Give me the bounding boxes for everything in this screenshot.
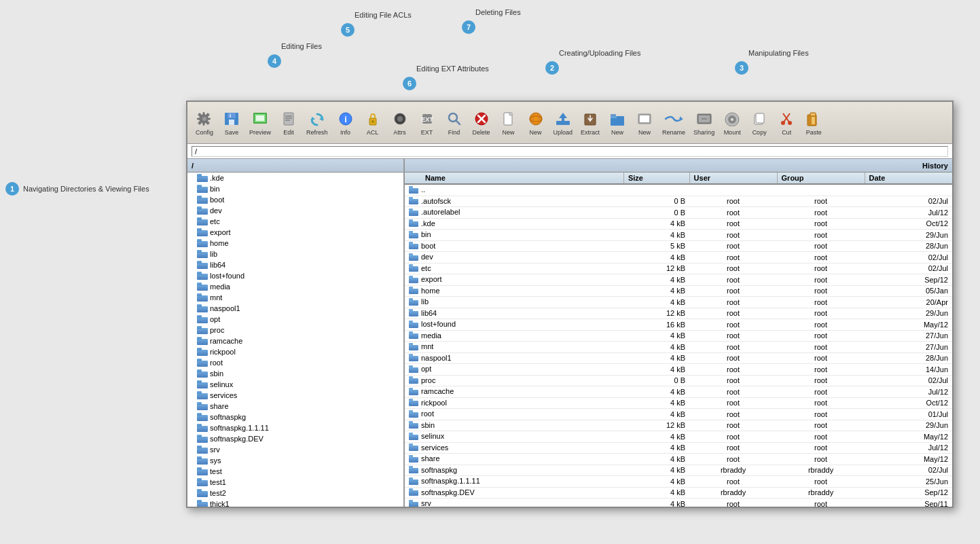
table-row[interactable]: root 4 kB root root 01/Jul [405,409,952,420]
file-list-body: .. .autofsck 0 B root root 02/Jul .autor… [405,184,952,507]
tree-item[interactable]: sys [187,455,403,466]
table-row[interactable]: lib64 12 kB root root 29/Jun [405,308,952,319]
save-label: Save [225,129,239,136]
table-row[interactable]: export 4 kB root root Sep/12 [405,274,952,286]
tree-item[interactable]: test [187,466,403,477]
table-row[interactable]: .autofsck 0 B root root 02/Jul [405,196,952,207]
refresh-button[interactable]: Refresh [303,107,331,138]
table-row[interactable]: ramcache 4 kB root root Jul/12 [405,386,952,398]
tree-item[interactable]: srv [187,444,403,455]
table-row[interactable]: media 4 kB root root 27/Jun [405,330,952,342]
file-user [689,184,777,196]
table-row[interactable]: opt 4 kB root root 14/Jun [405,364,952,376]
table-row[interactable]: .. [405,184,952,196]
table-row[interactable]: mnt 4 kB root root 27/Jun [405,342,952,353]
col-size[interactable]: Size [623,173,689,184]
col-group[interactable]: Group [777,173,865,184]
new2-button[interactable]: New [632,107,657,138]
tree-item[interactable]: naspool1 [187,303,403,314]
tree-item[interactable]: bin [187,183,403,194]
new-folder-button[interactable]: New [604,107,630,138]
tree-item[interactable]: test1 [187,477,403,488]
tree-item[interactable]: softnaspkg [187,412,403,422]
tree-item[interactable]: lib64 [187,259,403,270]
table-row[interactable]: lib 4 kB root root 20/Apr [405,297,952,308]
tree-item[interactable]: opt [187,314,403,325]
cut-button[interactable]: Cut [774,107,799,138]
tree-item[interactable]: proc [187,325,403,336]
tree-item[interactable]: ramcache [187,336,403,346]
table-row[interactable]: selinux 4 kB root root May/12 [405,431,952,443]
tree-item[interactable]: boot [187,194,403,205]
table-row[interactable]: services 4 kB root root Jul/12 [405,442,952,454]
col-date[interactable]: Date [865,173,952,184]
paste-button[interactable]: Paste [801,107,827,138]
copy-button[interactable]: Copy [746,107,772,138]
tree-item[interactable]: lost+found [187,270,403,281]
file-date: May/12 [865,454,952,465]
file-user: root [689,364,777,376]
tree-item[interactable]: thick1 [187,498,403,507]
acl-button[interactable]: ACL [360,107,386,138]
save-button[interactable]: Save [219,107,244,138]
tree-item[interactable]: services [187,390,403,401]
tree-item[interactable]: softnaspkg.1.1.11 [187,422,403,433]
tree-item[interactable]: root [187,357,403,368]
find-button[interactable]: Find [441,107,467,138]
attrs-button[interactable]: Attrs [387,107,413,138]
sharing-button[interactable]: Sharing [690,107,718,138]
rename-button[interactable]: Rename [659,107,689,138]
table-row[interactable]: boot 5 kB root root 28/Jun [405,240,952,252]
file-size: 4 kB [623,465,689,476]
edit-button[interactable]: Edit [276,107,302,138]
new-file-button[interactable]: New [496,107,522,138]
tree-item[interactable]: .kde [187,173,403,183]
table-row[interactable]: sbin 12 kB root root 29/Jun [405,420,952,431]
upload-button[interactable]: Upload [550,107,577,138]
table-row[interactable]: softnaspkg.DEV 4 kB rbraddy rbraddy Sep/… [405,487,952,498]
small-folder-icon [409,477,418,485]
new-browser-button[interactable]: New [523,107,549,138]
table-row[interactable]: dev 4 kB root root 02/Jul [405,252,952,264]
table-row[interactable]: bin 4 kB root root 29/Jun [405,230,952,241]
delete-button[interactable]: Delete [469,107,494,138]
preview-button[interactable]: Preview [246,107,274,138]
tree-item[interactable]: sbin [187,368,403,379]
table-row[interactable]: softnaspkg.1.1.11 4 kB root root 25/Jun [405,476,952,488]
table-row[interactable]: softnaspkg 4 kB rbraddy rbraddy 02/Jul [405,465,952,476]
table-row[interactable]: .kde 4 kB root root Oct/12 [405,218,952,230]
table-row[interactable]: share 4 kB root root May/12 [405,454,952,465]
tree-item[interactable]: softnaspkg.DEV [187,433,403,444]
extract-button[interactable]: Extract [577,107,603,138]
tree-item[interactable]: etc [187,216,403,227]
table-row[interactable]: home 4 kB root root 05/Jan [405,285,952,297]
table-row[interactable]: etc 12 kB root root 02/Jul [405,263,952,274]
address-input[interactable] [192,146,948,157]
ext-button[interactable]: EXT EXT [414,107,440,138]
file-name: etc [405,263,623,274]
col-user[interactable]: User [689,173,777,184]
table-row[interactable]: proc 0 B root root 02/Jul [405,375,952,386]
table-row[interactable]: srv 4 kB root root Sep/11 [405,498,952,507]
table-row[interactable]: naspool1 4 kB root root 28/Jun [405,352,952,364]
file-name: root [405,409,623,420]
table-row[interactable]: rickpool 4 kB root root Oct/12 [405,397,952,409]
mount-button[interactable]: Mount [719,107,745,138]
tree-item[interactable]: test2 [187,488,403,498]
info-button[interactable]: i Info [333,107,359,138]
tree-item[interactable]: export [187,227,403,238]
tree-item[interactable]: dev [187,205,403,216]
cut-label: Cut [782,129,791,136]
tree-item[interactable]: lib [187,249,403,259]
tree-item[interactable]: share [187,401,403,412]
table-row[interactable]: lost+found 16 kB root root May/12 [405,319,952,331]
svg-text:i: i [344,114,347,124]
config-button[interactable]: Config [192,107,217,138]
tree-item[interactable]: selinux [187,379,403,390]
tree-item[interactable]: mnt [187,292,403,303]
table-row[interactable]: .autorelabel 0 B root root Jul/12 [405,207,952,219]
tree-item[interactable]: media [187,281,403,292]
tree-item[interactable]: rickpool [187,346,403,357]
tree-item[interactable]: home [187,238,403,249]
col-name[interactable]: Name [405,173,623,184]
